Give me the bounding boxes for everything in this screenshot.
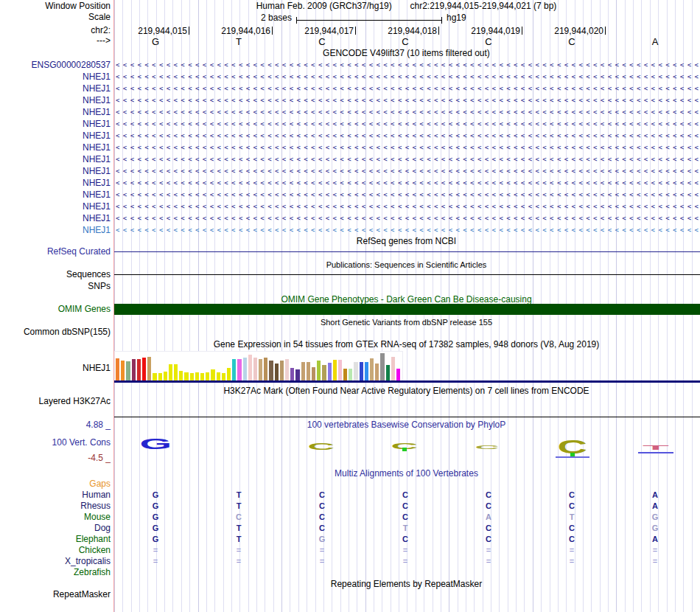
species-label-chicken[interactable]: Chicken: [0, 546, 111, 555]
coordinate-tick: [272, 27, 273, 35]
conservation-logo-glyph: G: [140, 439, 171, 451]
conservation-logo-glyph: T: [640, 445, 672, 451]
gene-label[interactable]: NHEJ1: [0, 178, 111, 188]
gene-label[interactable]: NHEJ1: [0, 202, 111, 212]
gtex-bar: [190, 373, 194, 380]
gene-label[interactable]: ENSG00000280537: [0, 60, 111, 70]
alignment-base: C: [483, 501, 494, 510]
gene-label[interactable]: NHEJ1: [0, 131, 111, 141]
alignment-base: C: [399, 501, 411, 510]
gene-row-arrows[interactable]: [116, 61, 699, 69]
track-label-gtex-gene[interactable]: NHEJ1: [0, 364, 111, 373]
gtex-bar: [295, 369, 299, 380]
alignment-base: =: [399, 546, 411, 554]
gene-label[interactable]: NHEJ1: [0, 84, 111, 94]
track-label-common-dbsnp[interactable]: Common dbSNP(155): [0, 327, 111, 337]
track-label-sequences[interactable]: Sequences: [0, 270, 111, 279]
species-label-mouse[interactable]: Mouse: [0, 512, 111, 522]
gtex-bar: [333, 360, 337, 380]
gene-label[interactable]: NHEJ1: [0, 72, 111, 82]
gene-row-arrows[interactable]: [116, 120, 699, 128]
alignment-base: C: [566, 535, 578, 543]
track-label-snps[interactable]: SNPs: [0, 282, 111, 291]
track-label-h3k27ac[interactable]: Layered H3K27Ac: [0, 397, 111, 406]
gtex-bar: [132, 359, 136, 380]
gene-label[interactable]: NHEJ1: [0, 190, 111, 200]
section-title-gtex: Gene Expression in 54 tissues from GTEx …: [114, 340, 699, 350]
scale-value: 2 bases: [221, 13, 292, 23]
window-position-title: Human Feb. 2009 (GRCh37/hg19) chr2:219,9…: [114, 1, 699, 11]
gtex-bar: [232, 359, 236, 380]
gene-row-arrows[interactable]: [116, 191, 699, 199]
omim-gene-bar[interactable]: [114, 304, 700, 315]
gene-row-arrows[interactable]: [116, 167, 699, 175]
gtex-bar: [142, 358, 146, 380]
species-label-human[interactable]: Human: [0, 490, 111, 500]
alignment-base: =: [566, 546, 578, 554]
gtex-bar: [158, 373, 162, 380]
gene-row-arrows[interactable]: [116, 215, 699, 223]
gene-label[interactable]: NHEJ1: [0, 119, 111, 129]
gtex-bar: [380, 353, 384, 380]
track-label-100-vert-cons[interactable]: 100 Vert. Cons: [0, 438, 111, 448]
alignment-base: =: [233, 557, 245, 566]
gtex-bar: [227, 368, 231, 380]
track-label-repeatmasker[interactable]: RepeatMasker: [0, 590, 111, 599]
gtex-bar: [391, 357, 395, 380]
alignment-base: C: [399, 512, 411, 521]
gene-row-arrows[interactable]: [116, 203, 699, 211]
alignment-base: G: [649, 524, 661, 532]
gtex-bar: [137, 359, 141, 380]
gtex-bar: [179, 371, 183, 380]
gene-label[interactable]: NHEJ1: [0, 143, 111, 153]
refseq-curated-track-line[interactable]: [114, 251, 700, 252]
gtex-bar: [126, 361, 130, 380]
logo-letter: C: [475, 445, 500, 450]
gene-label[interactable]: NHEJ1: [0, 214, 111, 223]
gene-row-arrows[interactable]: [116, 73, 699, 81]
multiz-gaps-label: Gaps: [0, 479, 111, 489]
alignment-base: C: [316, 501, 328, 510]
gene-row-arrows[interactable]: [116, 226, 699, 234]
alignment-base: C: [399, 535, 411, 543]
gtex-bar: [222, 373, 225, 380]
alignment-base: =: [399, 557, 411, 566]
position-range: chr2:219,944,015-219,944,021 (7 bp): [410, 1, 556, 11]
assembly-title: Human Feb. 2009 (GRCh37/hg19): [256, 1, 392, 11]
species-label-rhesus[interactable]: Rhesus: [0, 501, 111, 511]
gtex-expression-chart[interactable]: [114, 351, 403, 380]
alignment-base: =: [649, 546, 661, 554]
alignment-base: C: [566, 501, 578, 510]
gene-row-arrows[interactable]: [116, 108, 699, 117]
h3k27ac-track-line[interactable]: [114, 417, 700, 417]
gene-row-arrows[interactable]: [116, 179, 699, 187]
gene-row-arrows[interactable]: [116, 132, 699, 140]
gene-label[interactable]: NHEJ1: [0, 108, 111, 117]
gtex-bar: [200, 373, 204, 380]
species-label-zebrafish[interactable]: Zebrafish: [0, 568, 111, 577]
ruler-base-letter: C: [481, 37, 496, 46]
gene-label[interactable]: NHEJ1: [0, 155, 111, 164]
gene-row-arrows[interactable]: [116, 156, 699, 164]
alignment-base: C: [316, 512, 328, 521]
gtex-bar: [269, 361, 273, 380]
gene-row-arrows[interactable]: [116, 97, 699, 105]
sequences-track-line[interactable]: [114, 274, 700, 275]
gtex-bar: [354, 362, 357, 380]
species-label-dog[interactable]: Dog: [0, 524, 111, 533]
track-label-omim-genes[interactable]: OMIM Genes: [0, 305, 111, 314]
gtex-bar: [317, 361, 321, 380]
section-title-omim: OMIM Gene Phenotypes - Dark Green Can Be…: [114, 295, 699, 305]
gene-row-arrows[interactable]: [116, 144, 699, 152]
alignment-base: G: [649, 512, 661, 521]
scale-label: Scale: [0, 13, 111, 22]
species-label-x_tropicalis[interactable]: X_tropicalis: [0, 557, 111, 566]
gene-label[interactable]: NHEJ1: [0, 226, 111, 235]
gene-label[interactable]: NHEJ1: [0, 167, 111, 176]
gene-label[interactable]: NHEJ1: [0, 96, 111, 105]
coordinate-tick: [438, 27, 439, 35]
gene-row-arrows[interactable]: [116, 85, 699, 93]
track-label-refseq-curated[interactable]: RefSeq Curated: [0, 247, 111, 257]
alignment-base: =: [233, 546, 245, 554]
species-label-elephant[interactable]: Elephant: [0, 535, 111, 544]
